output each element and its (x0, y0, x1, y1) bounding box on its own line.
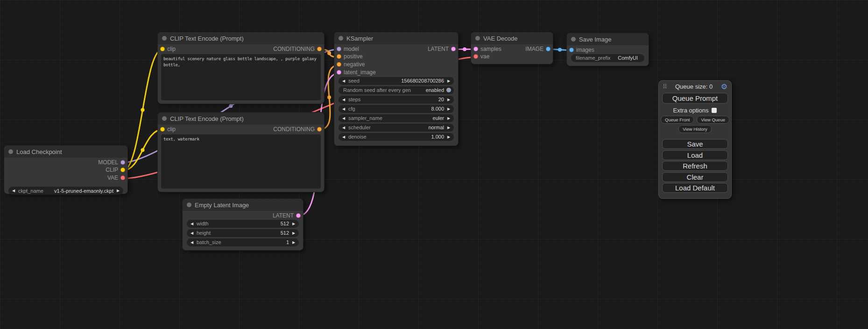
input-slot-samples[interactable]: samples (473, 46, 501, 52)
left-arrow-icon[interactable]: ◀ (190, 222, 194, 226)
settings-gear-icon[interactable]: ⚙ (721, 84, 727, 90)
positive-prompt-textarea[interactable]: beautiful scenery nature glass bottle la… (161, 54, 321, 100)
node-title-bar[interactable]: Load Checkpoint (4, 146, 127, 158)
node-clip-text-encode-positive[interactable]: CLIP Text Encode (Prompt) clip CONDITION… (157, 32, 325, 104)
vae-output-dot[interactable] (120, 175, 125, 180)
slot-label: model (344, 46, 359, 52)
clip-input-dot[interactable] (160, 47, 165, 51)
left-arrow-icon[interactable]: ◀ (11, 189, 16, 193)
right-arrow-icon[interactable]: ▶ (291, 240, 296, 245)
conditioning-output-dot[interactable] (317, 47, 322, 51)
drag-handle-icon[interactable]: ⠿ (663, 83, 667, 90)
right-arrow-icon[interactable]: ▶ (446, 79, 451, 83)
node-load-checkpoint[interactable]: Load Checkpoint MODEL CLIP VAE ◀ ckpt_na… (4, 145, 128, 194)
steps-widget[interactable]: ◀ steps 20 ▶ (339, 96, 454, 104)
right-arrow-icon[interactable]: ▶ (116, 189, 120, 193)
left-arrow-icon[interactable]: ◀ (341, 107, 346, 111)
output-slot-image[interactable]: IMAGE (525, 46, 550, 52)
conditioning-output-dot[interactable] (317, 127, 322, 132)
node-title-bar[interactable]: VAE Decode (471, 32, 553, 44)
right-arrow-icon[interactable]: ▶ (446, 126, 451, 130)
cfg-widget[interactable]: ◀ cfg 8.000 ▶ (339, 105, 454, 113)
width-widget[interactable]: ◀ width 512 ▶ (187, 220, 299, 228)
queue-prompt-button[interactable]: Queue Prompt (662, 93, 728, 104)
clip-output-dot[interactable] (120, 168, 125, 172)
negative-input-dot[interactable] (337, 62, 341, 67)
node-ksampler[interactable]: KSampler model LATENT positive negative (334, 32, 459, 146)
right-arrow-icon[interactable]: ▶ (291, 231, 296, 235)
view-history-button[interactable]: View History (678, 125, 712, 133)
load-button[interactable]: Load (662, 150, 728, 160)
node-title-bar[interactable]: CLIP Text Encode (Prompt) (158, 32, 324, 44)
seed-widget[interactable]: ◀ seed 156680208700286 ▶ (339, 77, 454, 85)
output-slot-clip[interactable]: CLIP (106, 167, 125, 173)
node-status-dot-icon (571, 37, 576, 42)
node-title-bar[interactable]: Save Image (567, 33, 649, 45)
input-slot-clip[interactable]: clip (160, 46, 176, 52)
batch-size-widget[interactable]: ◀ batch_size 1 ▶ (187, 238, 299, 246)
output-slot-vae[interactable]: VAE (107, 175, 125, 181)
latent-output-dot[interactable] (451, 47, 456, 51)
model-input-dot[interactable] (337, 47, 341, 51)
queue-front-button[interactable]: Queue Front (661, 116, 694, 124)
samples-input-dot[interactable] (473, 47, 478, 51)
input-slot-images[interactable]: images (569, 47, 594, 53)
output-slot-conditioning[interactable]: CONDITIONING (273, 46, 322, 52)
input-slot-clip[interactable]: clip (160, 126, 176, 133)
left-arrow-icon[interactable]: ◀ (341, 79, 346, 83)
right-arrow-icon[interactable]: ▶ (291, 222, 296, 226)
node-vae-decode[interactable]: VAE Decode samples IMAGE vae (471, 32, 553, 64)
toggle-enabled-dot[interactable] (446, 88, 451, 92)
input-slot-negative[interactable]: negative (337, 61, 365, 68)
random-seed-toggle-widget[interactable]: Random seed after every gen enabled (339, 86, 454, 94)
output-slot-conditioning[interactable]: CONDITIONING (273, 126, 322, 133)
sampler-name-widget[interactable]: ◀ sampler_name euler ▶ (339, 114, 454, 122)
height-widget[interactable]: ◀ height 512 ▶ (187, 229, 299, 237)
left-arrow-icon[interactable]: ◀ (190, 231, 194, 235)
right-arrow-icon[interactable]: ▶ (446, 116, 451, 120)
view-queue-button[interactable]: View Queue (697, 116, 729, 124)
output-slot-model[interactable]: MODEL (98, 159, 125, 166)
output-slot-latent[interactable]: LATENT (273, 212, 301, 219)
model-output-dot[interactable] (120, 160, 125, 165)
positive-input-dot[interactable] (337, 54, 341, 59)
node-empty-latent-image[interactable]: Empty Latent Image LATENT ◀ width 512 ▶ … (182, 198, 303, 251)
input-slot-positive[interactable]: positive (337, 53, 363, 60)
queue-panel-header: ⠿ Queue size: 0 ⚙ (659, 81, 731, 91)
scheduler-widget[interactable]: ◀ scheduler normal ▶ (339, 124, 454, 132)
clear-button[interactable]: Clear (662, 172, 728, 182)
filename-prefix-widget[interactable]: filename_prefix ComfyUI (571, 54, 644, 62)
left-arrow-icon[interactable]: ◀ (341, 135, 346, 139)
node-title-bar[interactable]: Empty Latent Image (183, 199, 303, 211)
denoise-widget[interactable]: ◀ denoise 1.000 ▶ (339, 133, 454, 141)
output-slot-latent[interactable]: LATENT (428, 46, 456, 52)
save-button[interactable]: Save (662, 139, 728, 149)
clip-input-dot[interactable] (160, 127, 165, 132)
node-clip-text-encode-negative[interactable]: CLIP Text Encode (Prompt) clip CONDITION… (157, 112, 325, 192)
right-arrow-icon[interactable]: ▶ (446, 98, 451, 102)
slot-label: LATENT (428, 46, 449, 52)
images-input-dot[interactable] (569, 48, 574, 52)
input-slot-model[interactable]: model (337, 46, 359, 52)
vae-input-dot[interactable] (473, 54, 478, 59)
refresh-button[interactable]: Refresh (662, 161, 728, 171)
left-arrow-icon[interactable]: ◀ (341, 98, 346, 102)
negative-prompt-textarea[interactable]: text, watermark (161, 134, 321, 189)
input-slot-latent-image[interactable]: latent_image (337, 69, 376, 76)
latent-output-dot[interactable] (296, 213, 301, 218)
node-title-bar[interactable]: KSampler (334, 32, 458, 44)
right-arrow-icon[interactable]: ▶ (446, 135, 451, 139)
node-save-image[interactable]: Save Image images filename_prefix ComfyU… (566, 33, 649, 66)
right-arrow-icon[interactable]: ▶ (446, 107, 451, 111)
left-arrow-icon[interactable]: ◀ (341, 116, 346, 120)
image-output-dot[interactable] (546, 47, 550, 51)
load-default-button[interactable]: Load Default (662, 183, 728, 193)
left-arrow-icon[interactable]: ◀ (190, 240, 194, 245)
extra-options-checkbox[interactable] (712, 108, 717, 113)
latent-image-input-dot[interactable] (337, 70, 341, 75)
input-slot-vae[interactable]: vae (473, 53, 489, 60)
ckpt-name-widget[interactable]: ◀ ckpt_name v1-5-pruned-emaonly.ckpt ▶ (8, 187, 123, 195)
node-graph-canvas[interactable]: Load Checkpoint MODEL CLIP VAE ◀ ckpt_na… (0, 0, 868, 329)
node-title-bar[interactable]: CLIP Text Encode (Prompt) (158, 112, 324, 125)
left-arrow-icon[interactable]: ◀ (341, 126, 346, 130)
